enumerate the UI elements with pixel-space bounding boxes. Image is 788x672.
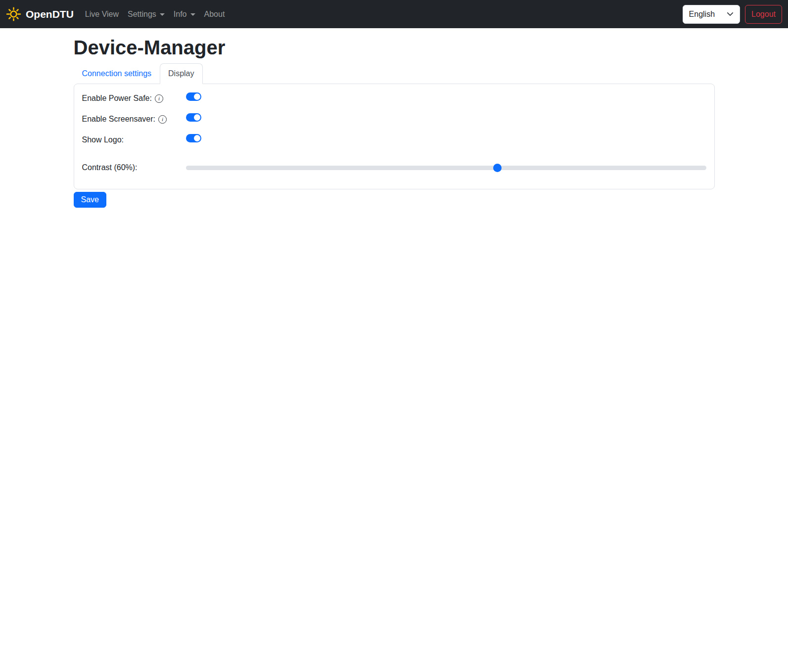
info-icon[interactable]: i xyxy=(155,94,163,103)
contrast-control-cell xyxy=(186,162,706,174)
tab-display[interactable]: Display xyxy=(160,63,202,84)
navbar-right: English Logout xyxy=(683,5,782,24)
logout-button[interactable]: Logout xyxy=(745,5,782,24)
screensaver-label: Enable Screensaver: xyxy=(82,113,156,125)
nav-item-about-label: About xyxy=(204,8,225,20)
save-button[interactable]: Save xyxy=(74,192,106,208)
nav-item-settings-label: Settings xyxy=(128,8,156,20)
caret-down-icon xyxy=(160,13,165,16)
contrast-label-cell: Contrast (60%): xyxy=(82,162,186,174)
contrast-slider[interactable] xyxy=(186,166,706,170)
display-settings-card: Enable Power Safe: i Enable Screensaver:… xyxy=(74,84,715,189)
brand-link[interactable]: OpenDTU xyxy=(6,6,74,22)
nav-item-settings[interactable]: Settings xyxy=(123,4,169,24)
screensaver-toggle[interactable] xyxy=(186,113,201,122)
tab-connection-settings[interactable]: Connection settings xyxy=(74,63,160,84)
power-safe-label: Enable Power Safe: xyxy=(82,92,152,104)
nav-item-info-label: Info xyxy=(174,8,187,20)
sun-icon xyxy=(6,6,21,22)
contrast-row: Contrast (60%): xyxy=(82,155,706,180)
contrast-label: Contrast (60%): xyxy=(82,162,138,174)
show-logo-toggle[interactable] xyxy=(186,134,201,142)
tab-bar: Connection settings Display xyxy=(74,63,715,84)
chevron-down-icon xyxy=(727,11,734,17)
power-safe-toggle[interactable] xyxy=(186,92,201,101)
power-safe-row: Enable Power Safe: i xyxy=(82,92,706,104)
nav-item-info[interactable]: Info xyxy=(169,4,200,24)
show-logo-control-cell xyxy=(186,134,706,146)
page-title: Device-Manager xyxy=(74,36,715,59)
screensaver-label-cell: Enable Screensaver: i xyxy=(82,113,186,125)
show-logo-row: Show Logo: xyxy=(82,134,706,146)
show-logo-label: Show Logo: xyxy=(82,134,124,146)
show-logo-label-cell: Show Logo: xyxy=(82,134,186,146)
screensaver-row: Enable Screensaver: i xyxy=(82,113,706,125)
power-safe-control-cell xyxy=(186,92,706,104)
main-content: Device-Manager Connection settings Displ… xyxy=(68,36,721,208)
nav-item-live-view[interactable]: Live View xyxy=(81,4,123,24)
caret-down-icon xyxy=(190,13,195,16)
nav-item-live-view-label: Live View xyxy=(85,8,119,20)
navbar: OpenDTU Live View Settings Info About En… xyxy=(0,0,788,28)
brand-label: OpenDTU xyxy=(26,6,74,22)
nav-links: Live View Settings Info About xyxy=(81,4,683,24)
screensaver-control-cell xyxy=(186,113,706,125)
language-selected-value: English xyxy=(689,8,715,20)
language-select[interactable]: English xyxy=(683,5,740,24)
power-safe-label-cell: Enable Power Safe: i xyxy=(82,92,186,104)
info-icon[interactable]: i xyxy=(158,115,167,124)
nav-item-about[interactable]: About xyxy=(200,4,230,24)
